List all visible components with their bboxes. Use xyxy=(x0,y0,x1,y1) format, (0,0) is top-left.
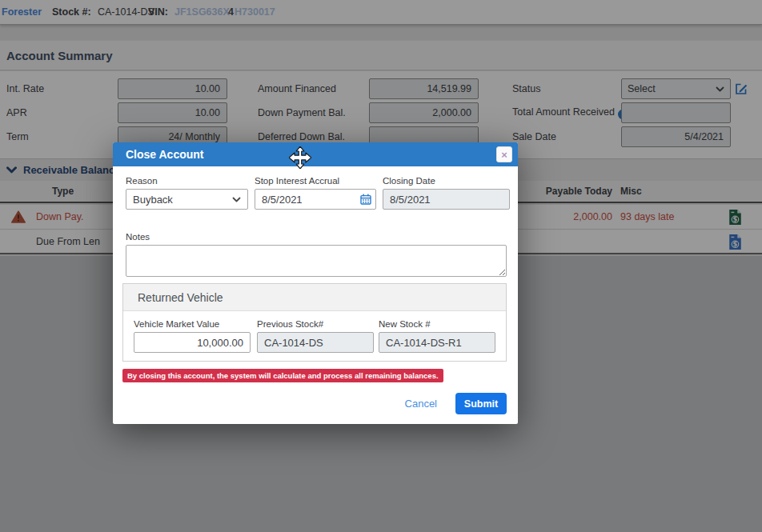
vehicle-market-value-label: Vehicle Market Value xyxy=(134,319,251,329)
new-stock-field[interactable] xyxy=(379,332,495,353)
notes-textarea[interactable] xyxy=(126,245,507,277)
returned-vehicle-header: Returned Vehicle xyxy=(123,284,506,311)
closing-warning-banner: By closing this account, the system will… xyxy=(122,369,443,382)
calendar-icon[interactable] xyxy=(360,194,371,205)
notes-label: Notes xyxy=(126,232,507,242)
new-stock-label: New Stock # xyxy=(379,319,495,329)
submit-button[interactable]: Submit xyxy=(455,393,507,414)
reason-label: Reason xyxy=(126,176,248,186)
stop-interest-accrual-label: Stop Interest Accrual xyxy=(255,176,376,186)
close-account-modal: Close Account × Reason Buyback Stop Inte… xyxy=(113,142,518,424)
previous-stock-field[interactable] xyxy=(257,332,374,353)
modal-header[interactable]: Close Account × xyxy=(113,142,518,166)
close-icon[interactable]: × xyxy=(496,146,512,162)
returned-vehicle-section: Returned Vehicle Vehicle Market Value Pr… xyxy=(122,283,507,362)
reason-select[interactable]: Buyback xyxy=(126,189,248,210)
chevron-down-icon xyxy=(232,197,241,202)
cancel-button[interactable]: Cancel xyxy=(405,398,437,410)
reason-selected-value: Buyback xyxy=(133,194,173,206)
vehicle-market-value-field[interactable] xyxy=(134,332,251,353)
closing-date-field[interactable] xyxy=(383,189,510,210)
returned-vehicle-title: Returned Vehicle xyxy=(138,291,223,304)
closing-date-label: Closing Date xyxy=(383,176,510,186)
stop-interest-accrual-field[interactable] xyxy=(255,189,376,210)
previous-stock-label: Previous Stock# xyxy=(257,319,374,329)
modal-title: Close Account xyxy=(126,148,204,161)
